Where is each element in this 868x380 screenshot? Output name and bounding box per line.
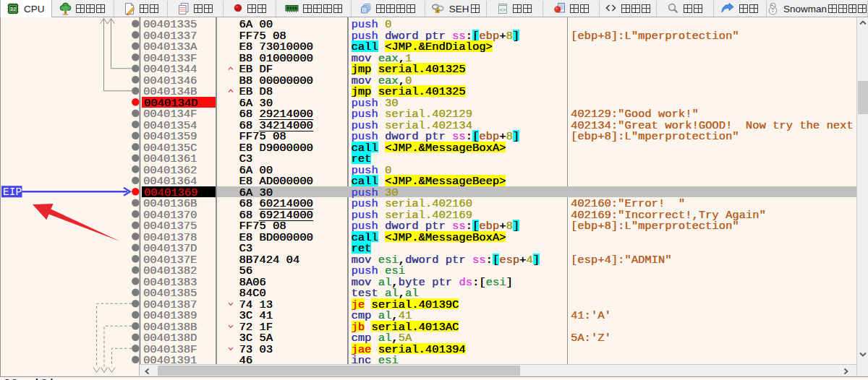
svg-text:32: 32 bbox=[10, 6, 16, 12]
svg-text:<>: <> bbox=[500, 7, 506, 13]
svg-text:EIP: EIP bbox=[3, 186, 22, 198]
